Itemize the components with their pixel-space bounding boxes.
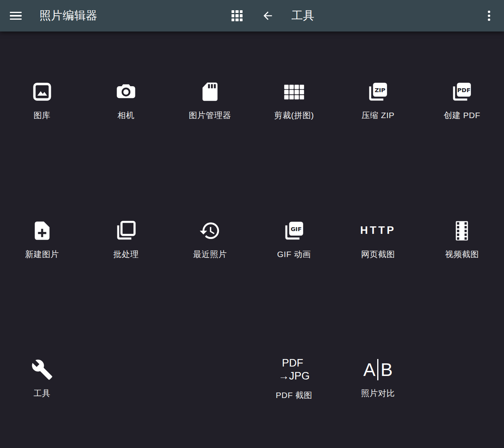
sd-card-icon	[199, 81, 221, 103]
tool-label: 视频截图	[445, 249, 479, 260]
tool-label: 相机	[117, 110, 134, 121]
more-vert-icon[interactable]	[480, 6, 498, 25]
tool-label: 批处理	[113, 249, 139, 260]
tool-label: 最近照片	[193, 249, 227, 260]
tool-label: 剪裁(拼图)	[274, 110, 314, 121]
tool-label: 照片对比	[361, 388, 395, 399]
app-bar-left-pane: 照片编辑器	[0, 0, 252, 31]
tool-gallery[interactable]: 图库	[0, 31, 84, 170]
tool-label: 工具	[33, 388, 50, 399]
tool-label: 新建图片	[25, 249, 59, 260]
tool-pdf-screenshot[interactable]: PDF→JPG PDF 截图	[252, 309, 336, 448]
tool-tools[interactable]: 工具	[0, 309, 84, 448]
app-bar-right-pane: 工具	[252, 0, 504, 31]
http-text: HTTP	[360, 224, 396, 237]
tool-compress-zip[interactable]: ZIP压缩 ZIP	[336, 31, 420, 170]
tool-label: 图片管理器	[189, 110, 232, 121]
tool-photo-compare[interactable]: AB 照片对比	[336, 309, 420, 448]
tool-label: 创建 PDF	[444, 110, 480, 121]
pdf-jpg-text-icon: PDF→JPG	[278, 357, 310, 383]
tool-video-screenshot[interactable]: 视频截图	[420, 170, 504, 309]
apps-grid-icon[interactable]	[228, 6, 246, 25]
page-title: 工具	[291, 8, 315, 24]
pdf-to-jpg-text: PDF→JPG	[278, 357, 310, 383]
wrench-icon	[31, 359, 53, 381]
hamburger-bars	[10, 12, 22, 20]
tool-label: PDF 截图	[276, 390, 312, 401]
svg-text:ZIP: ZIP	[374, 87, 385, 94]
tool-label: 压缩 ZIP	[361, 110, 395, 121]
svg-text:PDF: PDF	[458, 87, 471, 94]
tool-recent-photos[interactable]: 最近照片	[168, 170, 252, 309]
overflow-dots	[488, 11, 490, 21]
app-title: 照片编辑器	[39, 8, 98, 24]
filmstrip-icon	[451, 220, 473, 242]
tool-label: 图库	[33, 110, 50, 121]
svg-text:GIF: GIF	[291, 226, 302, 233]
tool-camera[interactable]: 相机	[84, 31, 168, 170]
tool-grid: 图库 相机 图片管理器剪裁(拼图) ZIP压缩 ZIP PDF创建 PDF新建图…	[0, 31, 504, 448]
tool-image-manager[interactable]: 图片管理器	[168, 31, 252, 170]
history-icon	[199, 220, 221, 242]
tool-new-image[interactable]: 新建图片	[0, 170, 84, 309]
ab-compare-icon: AB	[363, 359, 393, 381]
copy-icon	[115, 220, 137, 242]
http-text-icon: HTTP	[360, 220, 396, 242]
tool-create-pdf[interactable]: PDF创建 PDF	[420, 31, 504, 170]
tool-label: 网页截图	[361, 249, 395, 260]
tool-web-screenshot[interactable]: HTTP网页截图	[336, 170, 420, 309]
tool-crop-collage[interactable]: 剪裁(拼图)	[252, 31, 336, 170]
sheet-icon: PDF	[451, 81, 473, 103]
note-add-icon	[31, 220, 53, 242]
sheet-icon: GIF	[283, 220, 305, 242]
tool-batch-process[interactable]: 批处理	[84, 170, 168, 309]
tool-label: GIF 动画	[277, 249, 311, 260]
app-bar: 照片编辑器 工具	[0, 0, 504, 31]
hamburger-menu-icon[interactable]	[6, 6, 25, 25]
tool-gif-animation[interactable]: GIFGIF 动画	[252, 170, 336, 309]
collage-grid-icon	[283, 81, 305, 103]
gallery-icon	[31, 81, 53, 103]
back-arrow-icon[interactable]	[258, 6, 277, 25]
apps-grid-dots	[232, 10, 243, 21]
camera-icon	[115, 81, 137, 103]
sheet-icon: ZIP	[367, 81, 389, 103]
ab-compare-text: AB	[363, 359, 393, 380]
